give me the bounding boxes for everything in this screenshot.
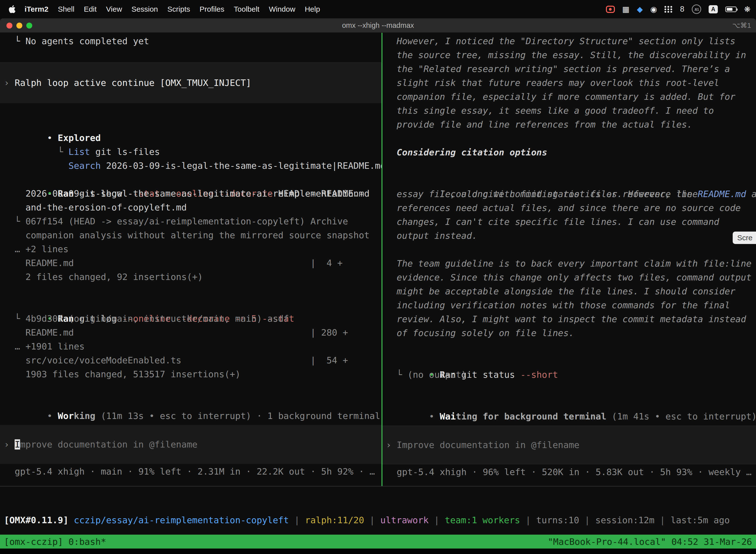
waiting-status-line: • Waiting for background terminal (1m 41…: [382, 396, 756, 409]
tool-output-line: 2 files changed, 92 insertions(+): [0, 270, 381, 284]
grid-app-icon[interactable]: ▦: [622, 5, 630, 14]
desktop: iTerm2 Shell Edit View Session Scripts P…: [0, 0, 756, 554]
menu-item-window[interactable]: Window: [264, 5, 300, 13]
tool-output-line: 1903 files changed, 513517 insertions(+): [0, 367, 381, 381]
tool-output-line: src/voice/voiceModeEnabled.ts | 54 +: [0, 353, 381, 367]
working-label: king: [74, 411, 96, 421]
thinking-line: I could cite commit statistics or refere…: [382, 173, 756, 187]
search-args: 2026-03-09-is-legal-the-same-as-legitima…: [101, 161, 381, 171]
tool-call-git-log: • Ran git log --oneline --decorate -n 5 …: [0, 298, 381, 312]
thinking-line: changes, I can't cite specific file line…: [382, 215, 756, 229]
thinking-line: The team guideline is to back every impo…: [382, 257, 756, 271]
explored-header: • Explored: [0, 117, 381, 131]
close-button[interactable]: [6, 22, 12, 29]
left-pane: └ No agents completed yet › Ralph loop a…: [0, 33, 381, 486]
apple-menu[interactable]: [8, 5, 16, 14]
bullet: •: [47, 411, 58, 421]
tool-output-line: README.md | 4 +: [0, 256, 381, 270]
window-shortcut-badge: ⌥⌘1: [732, 21, 751, 30]
menu-bar: iTerm2 Shell Edit View Session Scripts P…: [0, 0, 756, 18]
bullet: •: [429, 411, 440, 422]
battery-icon[interactable]: [725, 6, 737, 12]
menu-item-edit[interactable]: Edit: [79, 5, 102, 13]
command-wrap-line: 2026-03-09-is-legal-the-same-as-legitima…: [0, 187, 381, 201]
model-status-line: gpt-5.4 xhigh · main · 91% left · 2.31M …: [0, 465, 381, 479]
thinking-line: of focusing solely on file lines.: [382, 326, 756, 340]
omx-branch: cczip/essay/ai-reimplementation-copyleft: [68, 515, 289, 525]
battery-fill: [727, 8, 733, 11]
right-pane: However, I noticed the "Directory Struct…: [382, 33, 756, 486]
thinking-text: and: [746, 189, 756, 199]
bottom-strip: [0, 549, 756, 554]
command-flags: --short: [520, 370, 558, 380]
disc-app-icon[interactable]: ◉: [650, 5, 657, 14]
eight-app-icon[interactable]: 8: [680, 5, 684, 14]
prompt-chevron: ›: [4, 439, 15, 449]
omx-team: team:1 workers: [445, 515, 520, 525]
indent: [47, 161, 68, 171]
tool-output-line: └ 4b9d30f (origin/main, instructkr/main,…: [0, 312, 381, 326]
menu-item-view[interactable]: View: [102, 5, 127, 13]
thinking-line: output instead.: [382, 229, 756, 243]
waiting-label: ting for background terminal: [456, 411, 607, 422]
thinking-line: references need actual files, and since …: [382, 201, 756, 215]
menu-item-profiles[interactable]: Profiles: [195, 5, 229, 13]
menu-item-scripts[interactable]: Scripts: [163, 5, 195, 13]
working-status-line: • Working (11m 13s • esc to interrupt) ·…: [0, 395, 381, 409]
thinking-line: provide file and line references from th…: [382, 118, 756, 131]
ralph-loop-text: Ralph loop active continue [OMX_TMUX_INJ…: [15, 78, 251, 88]
fan-icon[interactable]: ❋: [744, 5, 751, 14]
omx-version: [OMX#0.11.9]: [4, 515, 68, 525]
menu-item-shell[interactable]: Shell: [53, 5, 79, 13]
menu-item-toolbelt[interactable]: Toolbelt: [229, 5, 264, 13]
prompt-chevron: ›: [386, 440, 397, 450]
list-args: git ls-files: [90, 147, 160, 157]
tool-output-line: └ 067f154 (HEAD -> essay/ai-reimplementa…: [0, 214, 381, 228]
tool-output-line: └ (no output): [382, 368, 756, 382]
zoom-button[interactable]: [26, 22, 32, 29]
recording-dot-icon: [609, 8, 612, 11]
tmux-status-bar: [omx-cczip] 0:bash* "MacBook-Pro-44.loca…: [0, 535, 756, 549]
battery-gauge-icon[interactable]: .61: [692, 4, 701, 14]
input-source-icon[interactable]: A: [709, 5, 718, 13]
model-status-line: gpt-5.4 xhigh · 96% left · 520K in · 5.8…: [382, 465, 756, 479]
apple-icon: [8, 5, 16, 14]
thinking-line: including verification notes with those …: [382, 298, 756, 312]
command-wrap-line: and-the-erosion-of-copyleft.md: [0, 201, 381, 214]
omx-session: session:12m: [595, 515, 654, 525]
thinking-line: slight risk that future readers may over…: [382, 76, 756, 90]
dots-grid-icon[interactable]: [665, 6, 673, 13]
bullet: •: [47, 133, 58, 143]
explored-title: Explored: [58, 133, 101, 143]
thinking-heading: Considering citation options: [382, 146, 756, 159]
terminal: └ No agents completed yet › Ralph loop a…: [0, 33, 756, 486]
thinking-line: However, I noticed the "Directory Struct…: [382, 34, 756, 48]
omx-last: last:5m ago: [671, 515, 730, 525]
search-verb: Search: [68, 161, 101, 171]
thinking-line: might be acceptable alongside the file l…: [382, 284, 756, 298]
prompt-input[interactable]: › Improve documentation in @filename: [0, 425, 381, 464]
menu-item-session[interactable]: Session: [127, 5, 163, 13]
screen-recording-icon[interactable]: [606, 6, 615, 13]
menu-item-help[interactable]: Help: [300, 5, 325, 13]
working-detail: (11m 13s • esc to interrupt) · 1 backgro…: [95, 411, 381, 421]
readme-link: README.md: [698, 189, 746, 199]
omx-turns: turns:10: [536, 515, 579, 525]
tool-call-git-status: • Ran git status --short: [382, 354, 756, 368]
tmux-session-window: [omx-cczip] 0:bash*: [4, 537, 106, 547]
menu-bar-left: iTerm2 Shell Edit View Session Scripts P…: [8, 5, 325, 14]
minimize-button[interactable]: [16, 22, 22, 29]
blue-app-icon[interactable]: ◆: [637, 5, 643, 14]
prompt-input[interactable]: › Improve documentation in @filename: [382, 426, 756, 464]
placeholder-text: mprove documentation in @filename: [20, 439, 197, 449]
thinking-line: this single essay, it seems like a good …: [382, 104, 756, 118]
agents-status-line: └ No agents completed yet: [0, 34, 381, 48]
prompt-chevron: ›: [4, 78, 15, 88]
menu-item-iterm2[interactable]: iTerm2: [20, 5, 53, 13]
menu-bar-status-icons: ▦ ◆ ◉ 8 .61 A ❋: [606, 4, 751, 14]
screen-share-button[interactable]: Scre: [733, 232, 756, 244]
thinking-line: the source tree, missing the essay. Stil…: [382, 48, 756, 62]
thinking-line: the "Related research writing" section i…: [382, 62, 756, 76]
omx-mode: ultrawork: [380, 515, 429, 525]
tmux-host-clock: "MacBook-Pro-44.local" 04:52 31-Mar-26: [548, 537, 752, 547]
